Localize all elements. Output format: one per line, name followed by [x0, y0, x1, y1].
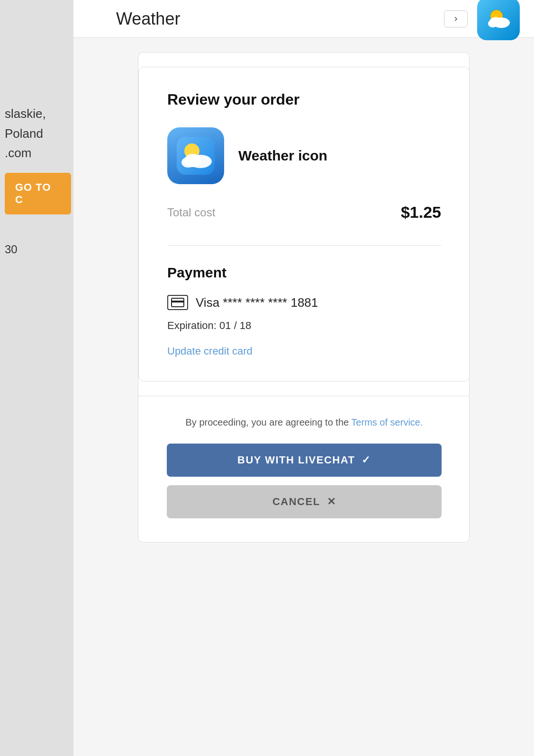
cost-value: $1.25 [401, 203, 441, 222]
payment-title: Payment [167, 265, 441, 281]
checkmark-icon: ✓ [362, 454, 371, 466]
header-right [444, 0, 520, 40]
terms-of-service-link[interactable]: Terms of service. [351, 417, 423, 427]
terms-before: By proceeding, you are agreeing to the [185, 417, 351, 427]
svg-point-4 [488, 20, 498, 27]
chevron-right-icon [452, 15, 460, 23]
weather-icon-svg [484, 5, 513, 33]
go-to-button[interactable]: GO TO C [5, 173, 71, 214]
product-icon [167, 127, 224, 184]
cost-row: Total cost $1.25 [167, 203, 441, 222]
weather-app-icon [477, 0, 520, 40]
location-text: slaskie, Poland [5, 104, 71, 143]
review-title: Review your order [167, 91, 441, 108]
order-card: Review your order [138, 67, 470, 382]
order-card-wrapper: Review your order [138, 52, 470, 543]
svg-point-9 [181, 157, 195, 168]
background-left-panel: slaskie, Poland .com GO TO C 30 [0, 0, 76, 756]
card-svg-icon [171, 298, 184, 307]
header: Weather [73, 0, 534, 38]
bg-left-content: slaskie, Poland .com GO TO C 30 [0, 95, 76, 266]
buy-button-label: BUY WITH LIVECHAT [237, 454, 355, 466]
main-area: Weather [73, 0, 534, 756]
cost-label: Total cost [167, 206, 215, 219]
credit-card-icon [167, 295, 188, 310]
card-row: Visa **** **** **** 1881 [167, 295, 441, 310]
divider [167, 245, 441, 246]
svg-rect-11 [172, 301, 184, 302]
buy-with-livechat-button[interactable]: BUY WITH LIVECHAT ✓ [167, 444, 442, 477]
weather-product-icon-svg [177, 137, 215, 175]
terms-text: By proceeding, you are agreeing to the T… [167, 415, 442, 429]
header-title: Weather [116, 9, 180, 29]
close-icon: ✕ [327, 496, 336, 508]
nav-forward-button[interactable] [444, 10, 468, 27]
expiry-text: Expiration: 01 / 18 [167, 320, 441, 332]
bg-number: 30 [5, 243, 71, 256]
cancel-button[interactable]: CANCEL ✕ [167, 485, 442, 518]
product-name: Weather icon [238, 148, 327, 164]
cancel-button-label: CANCEL [272, 496, 320, 508]
url-text: .com [5, 143, 71, 163]
product-row: Weather icon [167, 127, 441, 184]
card-number: Visa **** **** **** 1881 [196, 295, 318, 310]
update-credit-card-link[interactable]: Update credit card [167, 345, 253, 357]
bottom-section: By proceeding, you are agreeing to the T… [138, 396, 470, 542]
